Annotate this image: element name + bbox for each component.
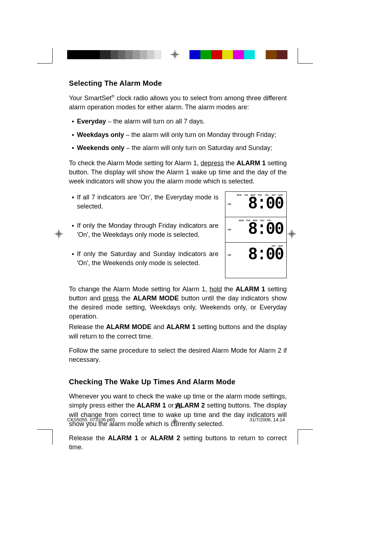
list-item-text: If only the Monday through Friday indica… — [77, 221, 219, 239]
emphasis-depress: depress — [201, 159, 224, 167]
release-paragraph: Release the ALARM MODE and ALARM 1 setti… — [69, 323, 287, 341]
color-swatch — [147, 50, 154, 59]
text: the — [119, 295, 133, 302]
button-name: ALARM MODE — [133, 295, 179, 302]
lcd-time: 8:00 — [228, 220, 284, 238]
heading-checking-wake-up: Checking The Wake Up Times And Alarm Mod… — [69, 377, 287, 387]
text: the — [222, 285, 236, 293]
color-swatch — [277, 50, 287, 59]
cropmark — [37, 63, 52, 64]
bullet-icon: • — [69, 221, 77, 239]
lcd-weekdays: MONTUEWEDTHUFRI AM 8:00 — [225, 217, 286, 243]
lcd-weekends: SATSUN AM 8:00 — [225, 243, 286, 268]
cropmark — [52, 48, 53, 63]
button-name: ALARM 2 — [150, 434, 180, 442]
text: Release the — [69, 323, 106, 331]
cropmark — [52, 429, 53, 445]
registration-mark-icon — [54, 230, 63, 238]
color-swatch — [140, 50, 147, 59]
bullet-icon: • — [69, 130, 77, 140]
emphasis-hold: hold — [209, 285, 222, 293]
list-item: • Weekends only – the alarm will only tu… — [69, 143, 287, 153]
bullet-icon: • — [69, 193, 77, 211]
list-item-text: Everyday – the alarm will turn on all 7 … — [77, 117, 287, 126]
text: To change the Alarm Mode setting for Ala… — [69, 285, 209, 293]
list-item: • If only the Saturday and Sunday indica… — [69, 250, 219, 268]
release2-paragraph: Release the ALARM 1 or ALARM 2 setting b… — [69, 434, 287, 452]
checking-paragraph: Whenever you want to check the wake up t… — [69, 392, 287, 429]
print-color-bar-right — [189, 50, 287, 59]
button-name: ALARM 1 — [166, 323, 196, 331]
color-swatch — [118, 50, 125, 59]
bullet-icon: • — [69, 117, 77, 126]
color-swatch — [222, 50, 233, 59]
mode-name: Weekdays only — [77, 131, 124, 138]
button-name: ALARM 1 — [236, 285, 265, 293]
color-swatch — [189, 50, 200, 59]
text: Release the — [69, 434, 108, 442]
text: – the alarm will only turn on Saturday a… — [124, 144, 272, 151]
color-swatch — [78, 50, 89, 59]
text: and — [151, 323, 166, 331]
alarm-mode-list: • Everyday – the alarm will turn on all … — [69, 117, 287, 153]
color-swatch — [100, 50, 111, 59]
check-alarm-paragraph: To check the Alarm Mode setting for Alar… — [69, 159, 287, 186]
list-item: • If all 7 indicators are 'On', the Ever… — [69, 193, 219, 211]
list-item: • If only the Monday through Friday indi… — [69, 221, 219, 239]
intro-paragraph: Your SmartSet® clock radio allows you to… — [69, 93, 287, 112]
registered-symbol: ® — [111, 94, 115, 98]
button-name: ALARM 1 — [237, 159, 266, 167]
lcd-time: 8:00 — [228, 246, 284, 263]
text: or — [138, 434, 150, 442]
color-swatch — [132, 50, 140, 59]
mode-name: Weekends only — [77, 144, 124, 151]
color-swatch — [125, 50, 132, 59]
color-swatch — [211, 50, 222, 59]
color-swatch — [266, 50, 277, 59]
heading-selecting-alarm-mode: Selecting The Alarm Mode — [69, 78, 287, 88]
indicator-list: • If all 7 indicators are 'On', the Ever… — [69, 193, 219, 268]
lcd-everyday: MONTUEWEDTHUFRISATSUN AM 8:00 — [225, 192, 286, 217]
bullet-icon: • — [69, 250, 77, 268]
text: – the alarm will turn on all 7 days. — [106, 118, 205, 125]
list-item-text: Weekdays only – the alarm will only turn… — [77, 130, 287, 140]
color-swatch — [200, 50, 211, 59]
emphasis-press: press — [103, 295, 119, 302]
lcd-time: 8:00 — [228, 195, 284, 212]
text: To check the Alarm Mode setting for Alar… — [69, 159, 201, 167]
bullet-icon: • — [69, 143, 77, 153]
print-footer: CKS5055_073106.p65 11 31/7/2006, 14:14 — [67, 417, 285, 422]
list-item-text: If only the Saturday and Sunday indicato… — [77, 250, 219, 268]
follow-paragraph: Follow the same procedure to select the … — [69, 346, 287, 364]
list-item-text: Weekends only – the alarm will only turn… — [77, 143, 287, 153]
cropmark — [298, 429, 298, 445]
page-content: Selecting The Alarm Mode Your SmartSet® … — [69, 78, 287, 457]
registration-mark-icon — [171, 50, 179, 59]
color-swatch — [67, 50, 78, 59]
list-item: • Everyday – the alarm will turn on all … — [69, 117, 287, 126]
footer-date: 31/7/2006, 14:14 — [249, 417, 285, 422]
list-item-text: If all 7 indicators are 'On', the Everyd… — [77, 193, 219, 211]
text: Your SmartSet — [69, 94, 111, 102]
cropmark — [298, 429, 313, 430]
list-item: • Weekdays only – the alarm will only tu… — [69, 130, 287, 140]
footer-page: 11 — [136, 417, 141, 422]
footer-filename: CKS5055_073106.p65 — [67, 417, 115, 422]
button-name: ALARM 1 — [108, 434, 138, 442]
color-swatch — [244, 50, 255, 59]
color-swatch — [89, 50, 100, 59]
page-number: 11 — [69, 402, 287, 410]
color-swatch — [255, 50, 266, 59]
button-name: ALARM MODE — [106, 323, 151, 331]
color-swatch — [233, 50, 244, 59]
text: the — [224, 159, 237, 167]
cropmark — [298, 63, 313, 64]
lcd-display-panel: MONTUEWEDTHUFRISATSUN AM 8:00 MONTUEWEDT… — [225, 191, 287, 278]
color-swatch — [154, 50, 162, 59]
text: – the alarm will only turn on Monday thr… — [124, 131, 276, 138]
change-alarm-paragraph: To change the Alarm Mode setting for Ala… — [69, 285, 287, 321]
color-swatch — [111, 50, 118, 59]
registration-mark-icon — [287, 230, 296, 238]
indicator-section: • If all 7 indicators are 'On', the Ever… — [69, 191, 287, 278]
mode-name: Everyday — [77, 118, 106, 125]
